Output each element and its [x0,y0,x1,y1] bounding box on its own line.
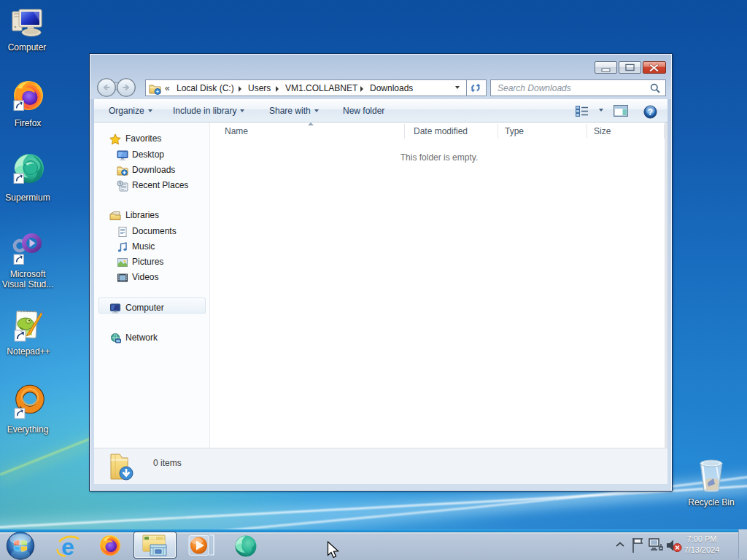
svg-text:?: ? [648,107,653,117]
